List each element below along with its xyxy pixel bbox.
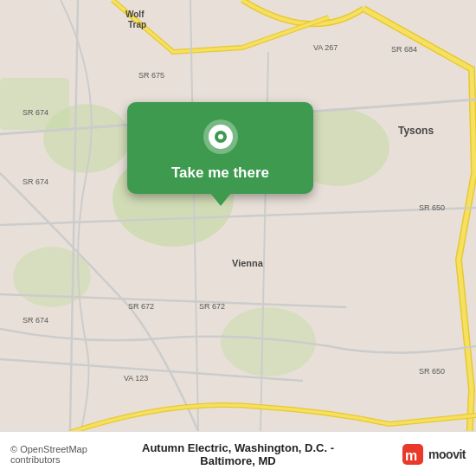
moovit-logo: m moovit [352,442,466,466]
road-label-sr674-2: SR 674 [23,177,48,186]
place-label-tysons: Tysons [398,125,434,137]
map-container: SR 674 SR 674 SR 674 SR 675 SR 672 SR 67… [0,0,476,476]
map-svg: SR 674 SR 674 SR 674 SR 675 SR 672 SR 67… [0,0,476,476]
copyright-text: © OpenStreetMap contributors [10,444,125,465]
bottom-bar: © OpenStreetMap contributors Autumn Elec… [0,431,476,476]
moovit-text: moovit [428,447,466,461]
svg-text:m: m [405,448,417,463]
road-label-sr674-3: SR 674 [23,316,48,325]
take-me-there-button[interactable]: Take me there [171,164,269,182]
svg-line-7 [0,208,476,225]
place-label-vienna: Vienna [232,258,264,268]
svg-line-10 [69,0,78,476]
place-label-wolf-trap2: Trap [128,20,146,29]
road-label-sr672-1: SR 672 [128,302,154,311]
road-label-sr672-2: SR 672 [199,302,225,311]
road-label-sr650-1: SR 650 [419,203,445,212]
place-label-wolf-trap: Wolf [125,10,145,19]
road-label-sr674-1: SR 674 [23,108,48,117]
popup-card: Take me there [127,102,313,194]
moovit-icon: m [401,442,425,466]
road-label-va267: VA 267 [313,43,338,52]
road-label-sr675: SR 675 [138,71,164,80]
road-label-sr684: SR 684 [391,45,417,54]
business-name: Autumn Electric, Washington, D.C. - Balt… [125,441,352,467]
road-label-sr650-2: SR 650 [419,367,445,376]
svg-rect-3 [0,78,69,130]
road-label-va123: VA 123 [124,374,148,383]
location-pin-icon [202,118,240,156]
svg-point-16 [218,134,223,139]
